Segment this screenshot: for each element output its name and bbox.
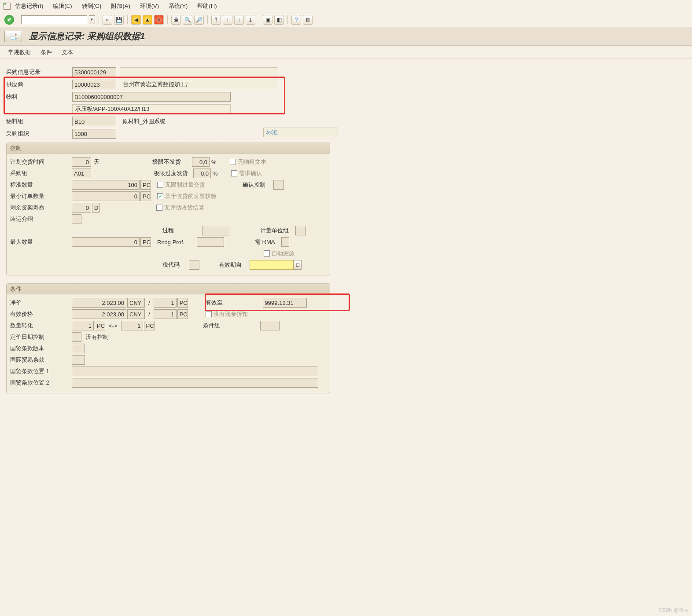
validto-field[interactable]: 9999.12.31 <box>263 298 307 308</box>
uomgrp-label: 计量单位组 <box>260 227 295 235</box>
tax-label: 税代码 <box>162 261 189 269</box>
pgrp-label: 采购组 <box>10 169 72 177</box>
shelf-field[interactable]: 0 <box>72 203 91 213</box>
limit-no-label: 极限不发货 <box>152 158 192 166</box>
menu-info[interactable]: 信息记录(I) <box>15 2 43 10</box>
porg-field: 1000 <box>72 129 116 139</box>
prev-page-icon[interactable]: ↑ <box>223 15 232 25</box>
valfrom-label: 有效期自 <box>219 261 250 269</box>
subtab-general[interactable]: 常规数据 <box>8 48 31 56</box>
minqty-field[interactable]: 0 <box>72 191 140 201</box>
inco-loc2-field[interactable] <box>72 378 318 388</box>
menu-system[interactable]: 系统(Y) <box>169 2 188 10</box>
inco-ver-field[interactable] <box>72 344 85 353</box>
eff-per[interactable]: 1 <box>154 309 177 319</box>
save-icon[interactable]: 💾 <box>114 15 124 25</box>
subtab-text[interactable]: 文本 <box>62 48 73 56</box>
qtyconv-b[interactable]: 1 <box>121 321 143 330</box>
help-icon[interactable]: ? <box>291 15 301 25</box>
nav-exit-icon[interactable]: ▲ <box>143 15 152 25</box>
limit-ov-label: 极限过度发货 <box>154 169 193 177</box>
matgrp-desc: 原材料_外围系统 <box>120 117 208 126</box>
panel-control: 控制 计划交货时间 0 天 极限不发货 0,0 % 无物料文本 采购组 A01 … <box>6 143 330 275</box>
content: 采购信息记录 5300000129 供应商 10000023 台州市黄岩立博数控… <box>0 59 515 400</box>
qtyconv-a[interactable]: 1 <box>72 321 94 330</box>
cb-needconf[interactable] <box>231 170 237 176</box>
info-record-label: 采购信息记录 <box>6 68 72 76</box>
find-icon[interactable]: 🔍 <box>183 15 192 25</box>
cb-needconf-label: 需求确认 <box>239 169 262 177</box>
ship-field[interactable] <box>72 214 81 224</box>
stdqty-field[interactable]: 100 <box>72 180 140 190</box>
menu-env[interactable]: 环境(V) <box>140 2 159 10</box>
slash2: / <box>148 311 150 318</box>
net-per[interactable]: 1 <box>154 298 177 308</box>
limit-ov-field[interactable]: 0,0 <box>193 169 211 178</box>
tax-field[interactable] <box>189 260 199 270</box>
proc-label: 过程 <box>162 227 202 235</box>
app-menu-icon[interactable] <box>4 3 11 10</box>
title-icon[interactable]: 📑 <box>4 31 22 42</box>
dtctrl-text: 没有控制 <box>86 333 109 341</box>
local-layout-icon[interactable]: 🖥 <box>303 15 313 25</box>
next-page-icon[interactable]: ↓ <box>234 15 244 25</box>
matgrp-label: 物料组 <box>6 117 72 125</box>
subtab-conditions[interactable]: 条件 <box>40 48 52 56</box>
new-session-icon[interactable]: ▣ <box>263 15 272 25</box>
find-next-icon[interactable]: 🔎 <box>194 15 204 25</box>
menu-goto[interactable]: 转到(G) <box>82 2 102 10</box>
cb-unlim[interactable] <box>157 182 163 188</box>
maxqty-field[interactable]: 0 <box>72 237 140 247</box>
inco-loc2-label: 国贸条款位置 2 <box>10 379 72 387</box>
first-page-icon[interactable]: ⤒ <box>211 15 221 25</box>
uomgrp-field[interactable] <box>295 226 306 235</box>
command-dropdown[interactable]: ▼ <box>89 15 95 24</box>
pgrp-field[interactable]: A01 <box>72 169 91 178</box>
enter-icon[interactable]: ✔ <box>4 15 14 25</box>
rndg-label: Rndg Prof. <box>157 239 197 246</box>
back-icon[interactable]: « <box>103 15 112 25</box>
nav-back-icon[interactable]: ◀ <box>131 15 141 25</box>
dtctrl-field[interactable] <box>72 332 81 342</box>
layout-icon[interactable]: ◧ <box>274 15 284 25</box>
cb-nocash[interactable] <box>206 311 212 317</box>
cb-griv[interactable]: ✔ <box>157 193 163 199</box>
command-field[interactable] <box>21 15 87 24</box>
percent2: % <box>213 170 218 177</box>
cb-noeval[interactable] <box>156 205 162 211</box>
print-icon[interactable]: 🖶 <box>171 15 181 25</box>
inco-loc1-field[interactable] <box>72 367 318 376</box>
slash1: / <box>148 300 150 306</box>
porg-label: 采购组织 <box>6 130 72 138</box>
vendor-name: 台州市黄岩立博数控加工厂 <box>120 80 278 89</box>
menu-edit[interactable]: 编辑(E) <box>53 2 72 10</box>
condgrp-field[interactable] <box>260 321 280 330</box>
valfrom-field[interactable] <box>250 260 294 270</box>
deltime-field[interactable]: 0 <box>72 157 91 167</box>
proc-field[interactable] <box>202 226 229 235</box>
maxqty-label: 最大数量 <box>10 238 72 246</box>
menu-extras[interactable]: 附加(A) <box>111 2 130 10</box>
last-page-icon[interactable]: ⤓ <box>246 15 255 25</box>
conf-field[interactable] <box>273 180 284 190</box>
rndg-field[interactable] <box>197 237 224 247</box>
conf-label: 确认控制 <box>243 181 273 189</box>
validto-label: 有效至 <box>206 299 236 307</box>
valfrom-f4-icon[interactable]: ☐ <box>294 260 302 270</box>
net-field[interactable]: 2.023,00 <box>72 298 126 308</box>
net-cur: CNY <box>127 298 145 308</box>
info-record-field: 5300000129 <box>72 67 116 77</box>
material-label: 物料 <box>6 93 72 101</box>
cb-nomatxt[interactable] <box>230 159 236 165</box>
cb-auto[interactable] <box>264 250 270 257</box>
eff-field[interactable]: 2.023,00 <box>72 309 126 319</box>
minqty-unit: PC <box>140 191 151 201</box>
limit-no-field[interactable]: 0,0 <box>192 157 210 167</box>
cancel-icon[interactable]: ✕ <box>154 15 164 25</box>
menu-help[interactable]: 帮助(H) <box>197 2 217 10</box>
eff-cur: CNY <box>127 309 145 319</box>
qtyconv-ub: PC <box>144 321 155 330</box>
cb-unlim-label: 无限制过量交货 <box>165 181 218 189</box>
inco-field[interactable] <box>72 355 85 365</box>
rma-field[interactable] <box>281 237 289 247</box>
